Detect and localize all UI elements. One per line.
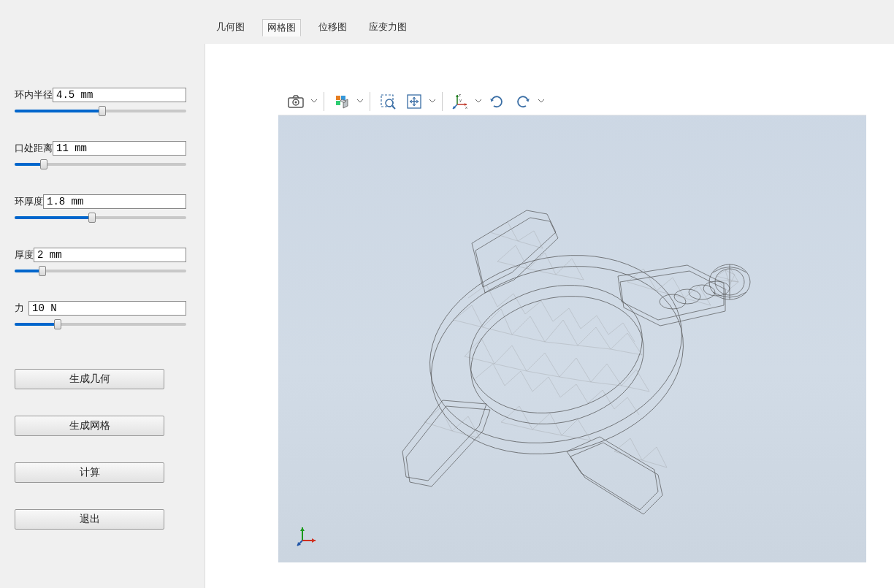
sidebar: 环内半径 口处距离 环厚度 厚度 — [0, 0, 205, 588]
rotate-cw-icon — [514, 93, 532, 110]
svg-text:y: y — [459, 98, 462, 102]
param-force: 力 — [15, 301, 186, 332]
inner-radius-slider[interactable] — [15, 104, 186, 119]
axis-dropdown[interactable] — [475, 90, 482, 113]
generate-geometry-button[interactable]: 生成几何 — [15, 369, 164, 389]
axis-indicator — [297, 524, 318, 546]
tab-stress[interactable]: 应变力图 — [364, 19, 411, 37]
gap-distance-slider[interactable] — [15, 158, 186, 172]
chevron-down-icon — [475, 99, 481, 103]
param-gap-distance: 口处距离 — [15, 141, 186, 172]
svg-point-17 — [411, 240, 703, 479]
generate-mesh-button[interactable]: 生成网格 — [15, 416, 164, 436]
exit-button[interactable]: 退出 — [15, 509, 164, 530]
action-buttons-section: 生成几何 生成网格 计算 退出 — [15, 369, 186, 556]
gap-distance-label: 口处距离 — [15, 142, 53, 155]
svg-line-8 — [392, 106, 395, 109]
rotate-cw-button[interactable] — [511, 90, 535, 113]
ring-thickness-input[interactable] — [43, 194, 186, 209]
rotate-dropdown[interactable] — [538, 90, 545, 113]
thickness-input[interactable] — [34, 248, 186, 262]
mesh-3d-view — [278, 115, 866, 562]
cube-render-icon — [334, 93, 350, 110]
svg-point-23 — [703, 281, 730, 296]
zoom-dropdown[interactable] — [429, 90, 436, 113]
axis-xyz-icon: zxy — [451, 93, 469, 110]
mesh-viewport[interactable] — [278, 115, 866, 562]
ring-thickness-label: 环厚度 — [15, 195, 43, 208]
thickness-slider[interactable] — [15, 264, 186, 279]
tab-mesh[interactable]: 网格图 — [262, 19, 301, 37]
force-slider[interactable] — [15, 318, 186, 332]
force-label: 力 — [15, 302, 24, 315]
svg-point-22 — [689, 285, 715, 299]
zoom-box-icon — [380, 93, 396, 110]
camera-icon — [288, 95, 304, 108]
viewer-panel: zxy — [205, 44, 894, 588]
axis-xyz-button[interactable]: zxy — [448, 90, 472, 113]
viewer-inner: zxy — [278, 88, 866, 562]
zoom-fit-icon — [406, 93, 422, 110]
param-ring-thickness: 环厚度 — [15, 194, 186, 226]
svg-point-2 — [295, 101, 297, 103]
compute-button[interactable]: 计算 — [15, 462, 164, 483]
chevron-down-icon — [538, 99, 544, 103]
param-thickness: 厚度 — [15, 248, 186, 279]
param-inner-radius: 环内半径 — [15, 88, 186, 119]
svg-point-7 — [386, 99, 393, 107]
viewer-toolbar: zxy — [278, 88, 866, 115]
tab-geometry[interactable]: 几何图 — [212, 19, 249, 37]
render-mode-dropdown[interactable] — [356, 90, 364, 113]
rotate-ccw-icon — [488, 93, 505, 110]
inner-radius-label: 环内半径 — [15, 88, 53, 102]
tabs-row: 几何图 网格图 位移图 应变力图 — [205, 0, 894, 44]
render-mode-button[interactable] — [330, 90, 354, 113]
gap-distance-input[interactable] — [53, 141, 186, 156]
axis-triad-icon — [297, 524, 318, 546]
zoom-select-button[interactable] — [376, 90, 400, 113]
svg-rect-6 — [381, 95, 393, 107]
main-area: 几何图 网格图 位移图 应变力图 — [205, 0, 894, 588]
chevron-down-icon — [357, 99, 363, 103]
svg-text:x: x — [465, 105, 467, 110]
ring-thickness-slider[interactable] — [15, 211, 186, 226]
chevron-down-icon — [311, 99, 317, 103]
zoom-fit-button[interactable] — [402, 90, 426, 113]
force-input[interactable] — [28, 301, 186, 316]
inner-radius-input[interactable] — [53, 88, 186, 102]
chevron-down-icon — [429, 99, 435, 103]
rotate-ccw-button[interactable] — [485, 90, 508, 113]
tab-displacement[interactable]: 位移图 — [314, 19, 351, 37]
svg-rect-5 — [336, 101, 340, 105]
svg-text:z: z — [459, 93, 461, 97]
thickness-label: 厚度 — [15, 248, 34, 261]
screenshot-dropdown[interactable] — [310, 90, 318, 113]
svg-point-21 — [674, 289, 700, 304]
svg-point-20 — [660, 294, 686, 309]
screenshot-button[interactable] — [284, 90, 307, 113]
svg-rect-3 — [336, 96, 340, 100]
svg-point-16 — [410, 229, 702, 468]
